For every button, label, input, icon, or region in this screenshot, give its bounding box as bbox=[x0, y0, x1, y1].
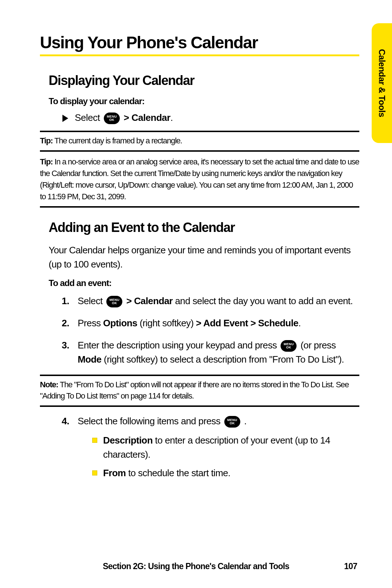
menu-ok-button-icon: MENUOK bbox=[106, 296, 122, 307]
step-select-calendar: Select MENU OK > Calendar. bbox=[62, 112, 359, 124]
triangle-bullet-icon bbox=[62, 115, 68, 122]
page-footer: Section 2G: Using the Phone's Calendar a… bbox=[0, 562, 392, 571]
menu-ok-button-icon: MENUOK bbox=[281, 340, 297, 352]
note-box: Note: The "From To Do List" option will … bbox=[40, 375, 359, 407]
page-title: Using Your Phone's Calendar bbox=[40, 33, 359, 52]
note-text: The "From To Do List" option will not ap… bbox=[40, 380, 349, 401]
heading-displaying: Displaying Your Calendar bbox=[49, 73, 359, 88]
step-text: Select bbox=[75, 112, 100, 123]
section-adding-event: Adding an Event to the Calendar bbox=[49, 220, 359, 235]
tip-box-2: Tip: In a no-service area or an analog s… bbox=[40, 152, 359, 208]
steps-list: Select MENUOK > Calendar and select the … bbox=[62, 294, 359, 367]
intro-paragraph: Your Calendar helps organize your time a… bbox=[49, 243, 359, 271]
step-2: Press Options (right softkey) > Add Even… bbox=[62, 316, 359, 330]
footer-section: Section 2G: Using the Phone's Calendar a… bbox=[103, 562, 289, 571]
tip-box-1: Tip: The current day is framed by a rect… bbox=[40, 131, 359, 152]
sub-bullet-from: From to schedule the start time. bbox=[92, 466, 359, 480]
menu-ok-button-icon: MENU OK bbox=[104, 113, 120, 124]
lead-add-event: To add an event: bbox=[49, 278, 359, 288]
steps-list-cont: Select the following items and press MEN… bbox=[62, 414, 359, 480]
tip-label: Tip: bbox=[40, 136, 53, 145]
note-label: Note: bbox=[40, 380, 58, 389]
sub-bullet-description: Description to enter a description of yo… bbox=[92, 433, 359, 462]
tip-text: The current day is framed by a rectangle… bbox=[53, 136, 182, 145]
step-3: Enter the description using your keypad … bbox=[62, 338, 359, 367]
step-4: Select the following items and press MEN… bbox=[62, 414, 359, 480]
section-displaying-calendar: Displaying Your Calendar To display your… bbox=[49, 73, 359, 124]
page-number: 107 bbox=[344, 562, 357, 571]
tip-text: In a no-service area or an analog servic… bbox=[40, 157, 359, 201]
lead-display: To display your calendar: bbox=[49, 96, 359, 106]
step-bold: > Calendar bbox=[124, 112, 171, 123]
sub-bullet-list: Description to enter a description of yo… bbox=[92, 433, 359, 480]
menu-ok-button-icon: MENUOK bbox=[224, 416, 240, 428]
title-underline bbox=[40, 54, 359, 56]
heading-adding: Adding an Event to the Calendar bbox=[49, 220, 359, 235]
tip-label: Tip: bbox=[40, 157, 53, 166]
step-1: Select MENUOK > Calendar and select the … bbox=[62, 294, 359, 308]
